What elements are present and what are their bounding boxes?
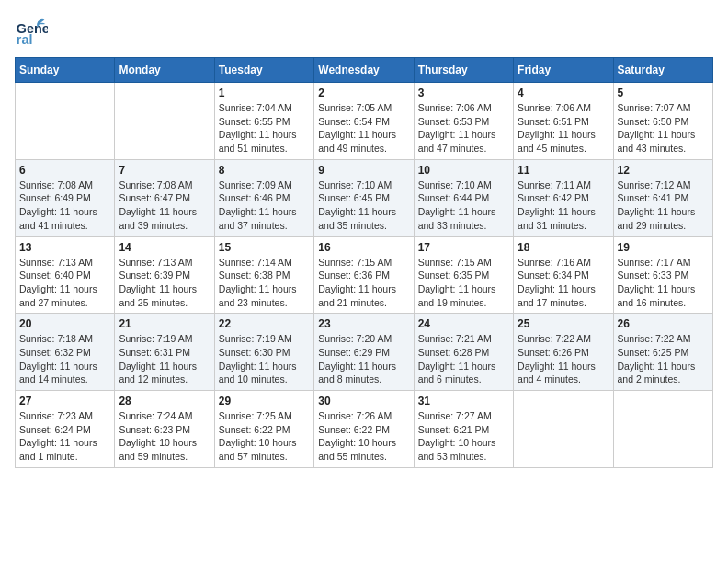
calendar-cell: 29Sunrise: 7:25 AM Sunset: 6:22 PM Dayli… — [214, 391, 313, 468]
day-number: 22 — [219, 317, 310, 330]
calendar-cell: 31Sunrise: 7:27 AM Sunset: 6:21 PM Dayli… — [414, 391, 513, 468]
calendar-table: SundayMondayTuesdayWednesdayThursdayFrid… — [15, 57, 713, 468]
calendar-cell: 20Sunrise: 7:18 AM Sunset: 6:32 PM Dayli… — [16, 314, 115, 391]
day-header-thursday: Thursday — [414, 58, 513, 83]
calendar-cell: 28Sunrise: 7:24 AM Sunset: 6:23 PM Dayli… — [115, 391, 214, 468]
day-info: Sunrise: 7:15 AM Sunset: 6:35 PM Dayligh… — [418, 256, 509, 310]
calendar-cell: 4Sunrise: 7:06 AM Sunset: 6:51 PM Daylig… — [514, 83, 613, 160]
day-number: 29 — [219, 395, 310, 408]
day-number: 21 — [119, 317, 210, 330]
day-number: 25 — [518, 317, 609, 330]
day-info: Sunrise: 7:10 AM Sunset: 6:45 PM Dayligh… — [318, 178, 409, 233]
calendar-header-row: SundayMondayTuesdayWednesdayThursdayFrid… — [16, 58, 713, 83]
day-info: Sunrise: 7:17 AM Sunset: 6:33 PM Dayligh… — [618, 256, 709, 310]
day-info: Sunrise: 7:08 AM Sunset: 6:49 PM Dayligh… — [19, 178, 110, 233]
calendar-cell: 6Sunrise: 7:08 AM Sunset: 6:49 PM Daylig… — [16, 159, 115, 236]
day-header-sunday: Sunday — [16, 58, 115, 83]
calendar-cell: 16Sunrise: 7:15 AM Sunset: 6:36 PM Dayli… — [314, 236, 414, 314]
day-header-wednesday: Wednesday — [314, 58, 414, 83]
svg-text:ral: ral — [17, 32, 33, 47]
day-info: Sunrise: 7:23 AM Sunset: 6:24 PM Dayligh… — [19, 409, 110, 464]
day-info: Sunrise: 7:14 AM Sunset: 6:38 PM Dayligh… — [219, 256, 310, 310]
day-number: 16 — [318, 241, 409, 254]
day-info: Sunrise: 7:08 AM Sunset: 6:47 PM Dayligh… — [119, 178, 210, 233]
day-header-saturday: Saturday — [613, 58, 712, 83]
calendar-cell: 19Sunrise: 7:17 AM Sunset: 6:33 PM Dayli… — [613, 236, 712, 314]
calendar-cell: 12Sunrise: 7:12 AM Sunset: 6:41 PM Dayli… — [613, 159, 712, 236]
calendar-week-4: 20Sunrise: 7:18 AM Sunset: 6:32 PM Dayli… — [16, 314, 713, 391]
calendar-cell: 26Sunrise: 7:22 AM Sunset: 6:25 PM Dayli… — [613, 314, 712, 391]
calendar-cell: 1Sunrise: 7:04 AM Sunset: 6:55 PM Daylig… — [214, 83, 313, 160]
calendar-cell: 7Sunrise: 7:08 AM Sunset: 6:47 PM Daylig… — [115, 159, 214, 236]
calendar-cell — [115, 83, 214, 160]
calendar-cell: 13Sunrise: 7:13 AM Sunset: 6:40 PM Dayli… — [16, 236, 115, 314]
day-info: Sunrise: 7:22 AM Sunset: 6:26 PM Dayligh… — [518, 332, 609, 386]
day-info: Sunrise: 7:04 AM Sunset: 6:55 PM Dayligh… — [219, 101, 310, 155]
calendar-week-3: 13Sunrise: 7:13 AM Sunset: 6:40 PM Dayli… — [16, 236, 713, 314]
calendar-cell: 3Sunrise: 7:06 AM Sunset: 6:53 PM Daylig… — [414, 83, 513, 160]
day-info: Sunrise: 7:10 AM Sunset: 6:44 PM Dayligh… — [418, 178, 509, 233]
logo: Gene ral — [15, 15, 50, 48]
day-number: 13 — [19, 241, 110, 254]
calendar-cell: 24Sunrise: 7:21 AM Sunset: 6:28 PM Dayli… — [414, 314, 513, 391]
day-header-monday: Monday — [115, 58, 214, 83]
day-number: 6 — [19, 164, 110, 177]
day-number: 12 — [618, 164, 709, 177]
calendar-cell: 2Sunrise: 7:05 AM Sunset: 6:54 PM Daylig… — [314, 83, 414, 160]
day-number: 14 — [119, 241, 210, 254]
calendar-week-1: 1Sunrise: 7:04 AM Sunset: 6:55 PM Daylig… — [16, 83, 713, 160]
day-number: 23 — [318, 317, 409, 330]
calendar-cell: 10Sunrise: 7:10 AM Sunset: 6:44 PM Dayli… — [414, 159, 513, 236]
day-number: 3 — [418, 86, 509, 99]
day-info: Sunrise: 7:13 AM Sunset: 6:40 PM Dayligh… — [19, 256, 110, 310]
day-number: 20 — [19, 317, 110, 330]
day-number: 15 — [219, 241, 310, 254]
calendar-cell: 18Sunrise: 7:16 AM Sunset: 6:34 PM Dayli… — [514, 236, 613, 314]
day-info: Sunrise: 7:11 AM Sunset: 6:42 PM Dayligh… — [518, 178, 609, 233]
calendar-cell: 5Sunrise: 7:07 AM Sunset: 6:50 PM Daylig… — [613, 83, 712, 160]
day-number: 30 — [318, 395, 409, 408]
day-info: Sunrise: 7:16 AM Sunset: 6:34 PM Dayligh… — [518, 256, 609, 310]
calendar-cell — [16, 83, 115, 160]
calendar-week-5: 27Sunrise: 7:23 AM Sunset: 6:24 PM Dayli… — [16, 391, 713, 468]
day-number: 24 — [418, 317, 509, 330]
day-number: 9 — [318, 164, 409, 177]
day-number: 17 — [418, 241, 509, 254]
calendar-cell: 8Sunrise: 7:09 AM Sunset: 6:46 PM Daylig… — [214, 159, 313, 236]
calendar-week-2: 6Sunrise: 7:08 AM Sunset: 6:49 PM Daylig… — [16, 159, 713, 236]
day-info: Sunrise: 7:19 AM Sunset: 6:31 PM Dayligh… — [119, 332, 210, 386]
day-info: Sunrise: 7:12 AM Sunset: 6:41 PM Dayligh… — [618, 178, 709, 233]
day-header-friday: Friday — [514, 58, 613, 83]
day-header-tuesday: Tuesday — [214, 58, 313, 83]
day-number: 26 — [618, 317, 709, 330]
day-number: 7 — [119, 164, 210, 177]
calendar-cell: 11Sunrise: 7:11 AM Sunset: 6:42 PM Dayli… — [514, 159, 613, 236]
calendar-cell: 22Sunrise: 7:19 AM Sunset: 6:30 PM Dayli… — [214, 314, 313, 391]
page-header: Gene ral — [15, 15, 713, 48]
calendar-cell: 21Sunrise: 7:19 AM Sunset: 6:31 PM Dayli… — [115, 314, 214, 391]
day-info: Sunrise: 7:06 AM Sunset: 6:53 PM Dayligh… — [418, 101, 509, 155]
calendar-cell — [514, 391, 613, 468]
day-info: Sunrise: 7:09 AM Sunset: 6:46 PM Dayligh… — [219, 178, 310, 233]
day-info: Sunrise: 7:05 AM Sunset: 6:54 PM Dayligh… — [318, 101, 409, 155]
day-info: Sunrise: 7:18 AM Sunset: 6:32 PM Dayligh… — [19, 332, 110, 386]
day-info: Sunrise: 7:19 AM Sunset: 6:30 PM Dayligh… — [219, 332, 310, 386]
day-number: 27 — [19, 395, 110, 408]
day-number: 31 — [418, 395, 509, 408]
day-number: 5 — [618, 86, 709, 99]
calendar-cell: 23Sunrise: 7:20 AM Sunset: 6:29 PM Dayli… — [314, 314, 414, 391]
day-number: 8 — [219, 164, 310, 177]
day-number: 19 — [618, 241, 709, 254]
day-info: Sunrise: 7:25 AM Sunset: 6:22 PM Dayligh… — [219, 409, 310, 464]
calendar-cell: 14Sunrise: 7:13 AM Sunset: 6:39 PM Dayli… — [115, 236, 214, 314]
calendar-cell — [613, 391, 712, 468]
day-info: Sunrise: 7:06 AM Sunset: 6:51 PM Dayligh… — [518, 101, 609, 155]
day-number: 28 — [119, 395, 210, 408]
day-info: Sunrise: 7:07 AM Sunset: 6:50 PM Dayligh… — [618, 101, 709, 155]
calendar-cell: 17Sunrise: 7:15 AM Sunset: 6:35 PM Dayli… — [414, 236, 513, 314]
day-info: Sunrise: 7:22 AM Sunset: 6:25 PM Dayligh… — [618, 332, 709, 386]
calendar-cell: 30Sunrise: 7:26 AM Sunset: 6:22 PM Dayli… — [314, 391, 414, 468]
day-number: 4 — [518, 86, 609, 99]
day-info: Sunrise: 7:24 AM Sunset: 6:23 PM Dayligh… — [119, 409, 210, 464]
day-info: Sunrise: 7:26 AM Sunset: 6:22 PM Dayligh… — [318, 409, 409, 464]
